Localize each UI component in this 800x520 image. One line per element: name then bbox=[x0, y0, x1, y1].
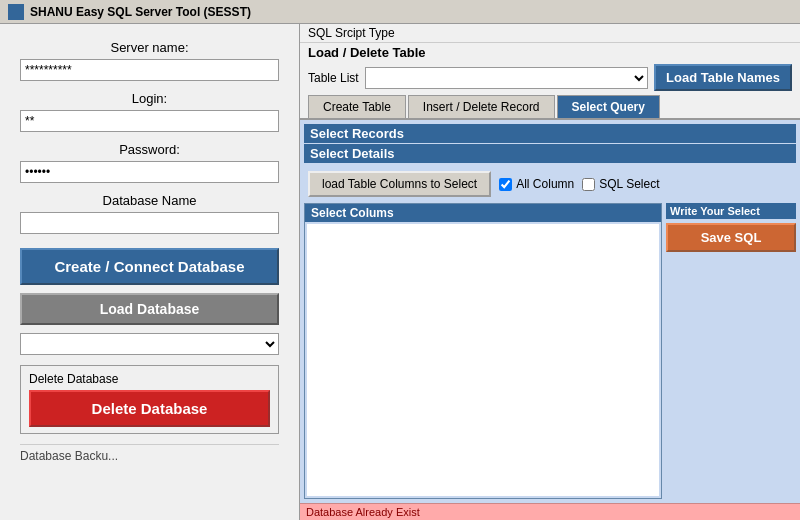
all-column-label: All Column bbox=[516, 177, 574, 191]
server-name-label: Server name: bbox=[20, 40, 279, 55]
table-list-label: Table List bbox=[308, 71, 359, 85]
right-panel: SQL Srcipt Type Load / Delete Table Tabl… bbox=[300, 24, 800, 520]
delete-group: Delete Database Delete Database bbox=[20, 365, 279, 434]
login-label: Login: bbox=[20, 91, 279, 106]
database-name-input[interactable] bbox=[20, 212, 279, 234]
database-name-label: Database Name bbox=[20, 193, 279, 208]
database-dropdown[interactable] bbox=[20, 333, 279, 355]
sql-select-group: SQL Select bbox=[582, 177, 659, 191]
create-connect-button[interactable]: Create / Connect Database bbox=[20, 248, 279, 285]
table-list-dropdown[interactable] bbox=[365, 67, 648, 89]
table-list-row: Table List Load Table Names bbox=[300, 62, 800, 95]
script-type-label: SQL Srcipt Type bbox=[300, 24, 800, 43]
tab-create-table[interactable]: Create Table bbox=[308, 95, 406, 118]
select-columns-label: Select Colums bbox=[305, 204, 661, 222]
select-details-header: Select Details bbox=[304, 144, 796, 163]
password-input[interactable] bbox=[20, 161, 279, 183]
all-column-group: All Column bbox=[499, 177, 574, 191]
load-database-button[interactable]: Load Database bbox=[20, 293, 279, 325]
select-columns-content bbox=[307, 224, 659, 496]
all-column-checkbox[interactable] bbox=[499, 178, 512, 191]
status-text: Database Already Exist bbox=[306, 506, 420, 518]
load-columns-button[interactable]: load Table Columns to Select bbox=[308, 171, 491, 197]
server-name-input[interactable] bbox=[20, 59, 279, 81]
database-backup-label: Database Backu... bbox=[20, 444, 279, 463]
tab-select-query[interactable]: Select Query bbox=[557, 95, 660, 118]
lower-area: Select Colums Write Your Select Save SQL bbox=[304, 203, 796, 499]
save-sql-button[interactable]: Save SQL bbox=[666, 223, 796, 252]
main-container: Server name: Login: Password: Database N… bbox=[0, 24, 800, 520]
tab-insert-delete[interactable]: Insert / Delete Record bbox=[408, 95, 555, 118]
select-records-header: Select Records bbox=[304, 124, 796, 143]
title-bar: SHANU Easy SQL Server Tool (SESST) bbox=[0, 0, 800, 24]
password-label: Password: bbox=[20, 142, 279, 157]
sql-select-label: SQL Select bbox=[599, 177, 659, 191]
load-columns-row: load Table Columns to Select All Column … bbox=[304, 167, 796, 201]
delete-database-button[interactable]: Delete Database bbox=[29, 390, 270, 427]
right-section: Write Your Select Save SQL bbox=[666, 203, 796, 499]
tabs-row: Create Table Insert / Delete Record Sele… bbox=[300, 95, 800, 120]
app-title: SHANU Easy SQL Server Tool (SESST) bbox=[30, 5, 251, 19]
login-input[interactable] bbox=[20, 110, 279, 132]
load-table-names-button[interactable]: Load Table Names bbox=[654, 64, 792, 91]
content-area: Select Records Select Details load Table… bbox=[300, 120, 800, 503]
left-panel: Server name: Login: Password: Database N… bbox=[0, 24, 300, 520]
load-delete-label: Load / Delete Table bbox=[300, 43, 800, 62]
select-columns-box: Select Colums bbox=[304, 203, 662, 499]
status-bar: Database Already Exist bbox=[300, 503, 800, 520]
delete-group-label: Delete Database bbox=[29, 372, 270, 386]
app-icon bbox=[8, 4, 24, 20]
write-select-label: Write Your Select bbox=[666, 203, 796, 219]
sql-select-checkbox[interactable] bbox=[582, 178, 595, 191]
